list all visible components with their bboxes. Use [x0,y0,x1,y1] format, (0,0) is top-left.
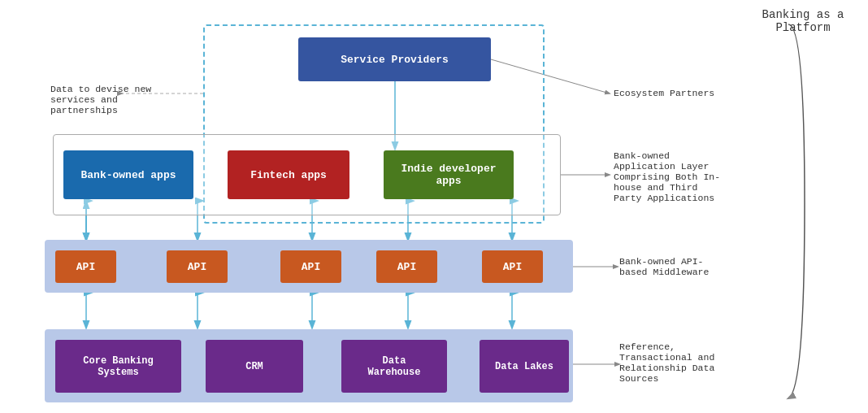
data-warehouse-box: Data Warehouse [341,340,447,393]
ecosystem-partners-annotation: Ecosystem Partners [614,88,714,98]
data-warehouse-label: Data Warehouse [368,355,421,378]
api-box-3: API [280,250,341,283]
fintech-apps-label: Fintech apps [250,169,327,181]
core-banking-box: Core Banking Systems [55,340,181,393]
bank-owned-apps-box: Bank-owned apps [63,150,193,199]
fintech-apps-box: Fintech apps [228,150,349,199]
crm-box: CRM [206,340,303,393]
data-to-devise-annotation: Data to devise new services and partners… [50,84,193,115]
bank-owned-layer-annotation: Bank-owned Application Layer Comprising … [614,150,776,203]
data-lakes-box: Data Lakes [480,340,569,393]
page-title: Banking as a Platform [754,8,852,34]
diagram: Service Providers Bank-owned apps Fintec… [0,0,868,413]
api-middleware-annotation: Bank-owned API- based Middleware [619,256,709,277]
api-box-2: API [167,250,228,283]
indie-developer-apps-box: Indie developer apps [384,150,514,199]
bank-owned-apps-label: Bank-owned apps [80,169,176,181]
api-box-1: API [55,250,116,283]
api-box-5: API [482,250,543,283]
service-providers-box: Service Providers [298,37,491,81]
service-providers-label: Service Providers [341,54,449,66]
crm-label: CRM [245,361,263,372]
reference-data-annotation: Reference, Transactional and Relationshi… [619,341,766,384]
data-lakes-label: Data Lakes [495,361,553,372]
api-box-4: API [376,250,437,283]
core-banking-label: Core Banking Systems [83,355,153,378]
indie-apps-label: Indie developer apps [401,163,496,187]
